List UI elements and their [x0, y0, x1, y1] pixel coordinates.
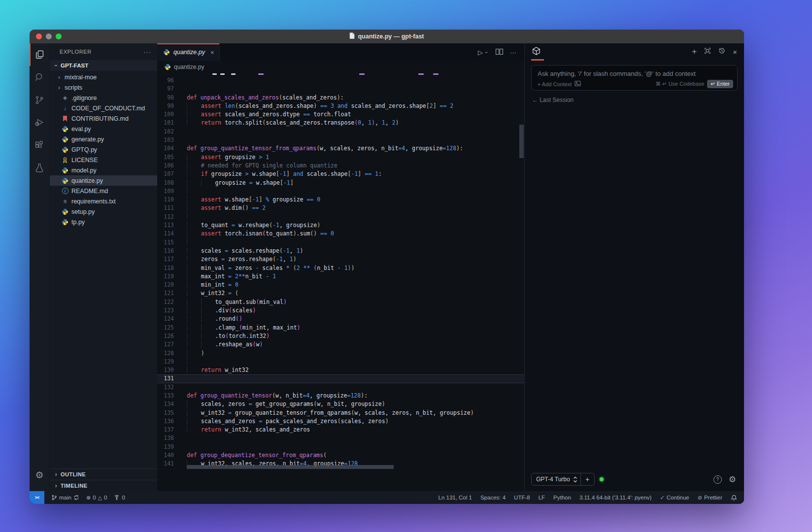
code-line-110[interactable]: 110 assert w.shape[-1] % groupsize == 0 [157, 196, 524, 204]
code-line-102[interactable]: 102 [157, 128, 524, 136]
file-row-gptq-py[interactable]: GPTQ.py [50, 144, 157, 155]
code-area[interactable]: 969798def unpack_scales_and_zeros(scales… [157, 76, 524, 491]
split-editor-icon[interactable] [496, 49, 503, 56]
code-line-111[interactable]: 111 assert w.dim() == 2 [157, 204, 524, 212]
close-panel-button[interactable]: × [733, 48, 737, 56]
cursor-position-status[interactable]: Ln 131, Col 1 [439, 495, 472, 500]
code-line-109[interactable]: 109 [157, 187, 524, 196]
code-line-116[interactable]: 116 scales = scales.reshape(-1, 1) [157, 247, 524, 255]
language-status[interactable]: Python [553, 495, 571, 500]
code-line-103[interactable]: 103 [157, 136, 524, 144]
close-tab-icon[interactable]: × [210, 49, 214, 56]
code-line-101[interactable]: 101 return torch.split(scales_and_zeros.… [157, 119, 524, 127]
interpreter-status[interactable]: 3.11.4 64-bit ('3.11.4': pyenv) [579, 495, 652, 500]
code-line-112[interactable]: 112 [157, 213, 524, 221]
enter-button[interactable]: ↵ Enter [707, 80, 733, 88]
zoom-window-button[interactable] [56, 33, 62, 39]
file-row-mixtral-moe[interactable]: ›mixtral-moe [50, 72, 157, 82]
code-line-135[interactable]: 135 w_int32 = group_quantize_tensor_from… [157, 409, 524, 417]
chat-input-box[interactable]: + Add Context ⌘ ↵ Use Codebase ↵ Enter [531, 65, 738, 91]
model-selector[interactable]: GPT-4 Turbo + [531, 473, 595, 486]
eol-status[interactable]: LF [539, 495, 545, 500]
code-line-117[interactable]: 117 zeros = zeros.reshape(-1, 1) [157, 255, 524, 264]
use-codebase-hint[interactable]: ⌘ ↵ Use Codebase [655, 81, 704, 87]
code-line-124[interactable]: 124 .round() [157, 315, 524, 323]
more-actions-icon[interactable]: ··· [510, 49, 516, 56]
file-row-setup-py[interactable]: setup.py [50, 206, 157, 217]
new-chat-button[interactable]: + [692, 47, 697, 57]
indentation-status[interactable]: Spaces: 4 [480, 495, 506, 500]
remote-indicator[interactable]: >< [30, 491, 44, 504]
close-window-button[interactable] [36, 33, 42, 39]
code-line-98[interactable]: 98def unpack_scales_and_zeros(scales_and… [157, 94, 524, 102]
code-line-106[interactable]: 106 # needed for GPTQ single column quan… [157, 162, 524, 170]
code-line-122[interactable]: 122 to_quant.sub(min_val) [157, 298, 524, 306]
problems-status[interactable]: ⊗ 0 △ 0 [86, 495, 107, 501]
code-line-119[interactable]: 119 max_int = 2**n_bit - 1 [157, 272, 524, 281]
tab-quantize-py[interactable]: quantize.py × [157, 43, 220, 61]
code-line-125[interactable]: 125 .clamp_(min_int, max_int) [157, 324, 524, 332]
git-branch-status[interactable]: main [51, 495, 79, 500]
file-row-model-py[interactable]: model.py [50, 165, 157, 175]
breadcrumb[interactable]: quantize.py [157, 61, 524, 73]
code-line-105[interactable]: 105 assert groupsize > 1 [157, 153, 524, 162]
file-row-license[interactable]: LICENSE [50, 155, 157, 165]
code-line-129[interactable]: 129 [157, 358, 524, 366]
file-row-tp-py[interactable]: tp.py [50, 217, 157, 227]
code-line-136[interactable]: 136 scales_and_zeros = pack_scales_and_z… [157, 417, 524, 426]
settings-gear-icon[interactable]: ⚙ [30, 464, 49, 486]
code-line-107[interactable]: 107 if groupsize > w.shape[-1] and scale… [157, 170, 524, 178]
code-line-113[interactable]: 113 to_quant = w.reshape(-1, groupsize) [157, 221, 524, 230]
code-line-99[interactable]: 99 assert len(scales_and_zeros.shape) ==… [157, 102, 524, 110]
run-debug-icon[interactable] [30, 111, 49, 134]
continue-status[interactable]: ✓Continue [660, 495, 689, 501]
cursor-logo-icon[interactable] [532, 46, 541, 58]
code-line-127[interactable]: 127 .reshape_as(w) [157, 340, 524, 349]
timeline-section[interactable]: › TIMELINE [50, 480, 157, 491]
add-context-button[interactable]: + Add Context [538, 81, 572, 87]
explorer-more-actions[interactable]: ··· [143, 48, 151, 56]
project-root-row[interactable]: › GPT-FAST [50, 60, 157, 71]
search-icon[interactable] [30, 66, 49, 89]
expand-chat-icon[interactable] [704, 47, 711, 56]
notifications-status[interactable] [731, 495, 737, 501]
testing-icon[interactable] [30, 157, 49, 179]
file-row-contributing-md[interactable]: CONTRIBUTING.md [50, 113, 157, 124]
horizontal-scrollbar[interactable] [187, 465, 394, 469]
history-icon[interactable] [718, 47, 725, 56]
panel-settings-gear-icon[interactable]: ⚙ [729, 474, 736, 485]
code-line-121[interactable]: 121 w_int32 = ( [157, 289, 524, 298]
file-row-readme-md[interactable]: iREADME.md [50, 186, 157, 196]
add-model-button[interactable]: + [581, 475, 594, 483]
code-line-132[interactable]: 132 [157, 383, 524, 392]
code-line-138[interactable]: 138 [157, 434, 524, 442]
outline-section[interactable]: › OUTLINE [50, 468, 157, 480]
file-row--gitignore[interactable]: ◈.gitignore [50, 93, 157, 103]
encoding-status[interactable]: UTF-8 [514, 495, 530, 500]
code-line-97[interactable]: 97 [157, 85, 524, 93]
code-line-104[interactable]: 104def group_quantize_tensor_from_qparam… [157, 144, 524, 153]
code-line-128[interactable]: 128 ) [157, 349, 524, 358]
code-line-96[interactable]: 96 [157, 76, 524, 85]
chat-input[interactable] [532, 66, 737, 77]
file-row-eval-py[interactable]: eval.py [50, 124, 157, 134]
code-line-133[interactable]: 133def group_quantize_tensor(w, n_bit=4,… [157, 392, 524, 400]
code-line-137[interactable]: 137 return w_int32, scales_and_zeros [157, 426, 524, 434]
code-line-139[interactable]: 139 [157, 443, 524, 451]
vertical-scrollbar[interactable] [519, 125, 524, 158]
code-line-126[interactable]: 126 .to(torch.int32) [157, 332, 524, 340]
file-row-requirements-txt[interactable]: ≡requirements.txt [50, 196, 157, 206]
code-line-130[interactable]: 130 return w_int32 [157, 366, 524, 374]
prettier-status[interactable]: ⊘Prettier [698, 495, 722, 501]
code-line-118[interactable]: 118 min_val = zeros - scales * (2 ** (n_… [157, 264, 524, 272]
source-control-icon[interactable] [30, 89, 49, 111]
help-icon[interactable]: ? [713, 475, 722, 484]
image-attach-icon[interactable] [575, 81, 581, 87]
run-button[interactable]: ▷› [478, 49, 489, 56]
minimize-window-button[interactable] [46, 33, 52, 39]
code-line-123[interactable]: 123 .div(scales) [157, 306, 524, 315]
code-line-120[interactable]: 120 min_int = 0 [157, 281, 524, 289]
run-dropdown-icon[interactable]: › [484, 50, 489, 55]
ports-status[interactable]: 0 [114, 495, 125, 500]
file-row-scripts[interactable]: ›scripts [50, 82, 157, 93]
